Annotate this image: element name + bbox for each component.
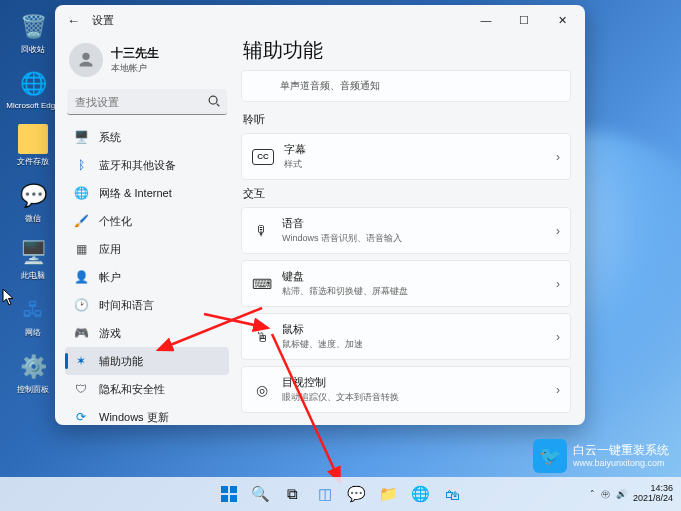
start-button[interactable] [216, 481, 242, 507]
taskbar-chat[interactable]: 💬 [344, 481, 370, 507]
svg-point-0 [209, 96, 217, 104]
card-captions[interactable]: CC 字幕样式 › [241, 133, 571, 180]
desktop-icon-folder[interactable]: 文件存放 [12, 124, 54, 167]
display-icon: 🖥️ [73, 129, 89, 145]
sidebar-item-time-language[interactable]: 🕑时间和语言 [65, 291, 229, 319]
avatar [69, 43, 103, 77]
system-tray[interactable]: ˄ ㊥ 🔊 14:36 2021/8/24 [590, 484, 673, 504]
maximize-button[interactable]: ☐ [505, 5, 543, 35]
card-mouse[interactable]: 🖱 鼠标鼠标键、速度、加速 › [241, 313, 571, 360]
sidebar-item-system[interactable]: 🖥️系统 [65, 123, 229, 151]
svg-line-1 [217, 104, 220, 107]
chevron-right-icon: › [556, 224, 560, 238]
bluetooth-icon: ᛒ [73, 157, 89, 173]
chevron-right-icon: › [556, 383, 560, 397]
desktop-icon-network[interactable]: 🖧网络 [12, 295, 54, 338]
sidebar-item-apps[interactable]: ▦应用 [65, 235, 229, 263]
sidebar-item-accounts[interactable]: 👤帐户 [65, 263, 229, 291]
tray-date: 2021/8/24 [633, 494, 673, 504]
globe-icon: 🌐 [73, 185, 89, 201]
watermark-title: 白云一键重装系统 [573, 443, 669, 457]
keyboard-icon: ⌨ [252, 274, 272, 294]
page-title: 辅助功能 [243, 37, 571, 64]
sidebar-item-personalization[interactable]: 🖌️个性化 [65, 207, 229, 235]
taskbar-edge[interactable]: 🌐 [408, 481, 434, 507]
person-icon: 👤 [73, 269, 89, 285]
user-sub: 本地帐户 [111, 62, 159, 75]
sidebar-item-gaming[interactable]: 🎮游戏 [65, 319, 229, 347]
shield-icon: 🛡 [73, 381, 89, 397]
svg-rect-8 [230, 495, 237, 502]
chevron-right-icon: › [556, 330, 560, 344]
card-keyboard[interactable]: ⌨ 键盘粘滞、筛选和切换键、屏幕键盘 › [241, 260, 571, 307]
eye-icon: ◎ [252, 380, 272, 400]
taskbar: 🔍 ⧉ ◫ 💬 📁 🌐 🛍 ˄ ㊥ 🔊 14:36 2021/8/24 [0, 477, 681, 511]
sidebar: 十三先生 本地帐户 🖥️系统 ᛒ蓝牙和其他设备 🌐网络 & Internet 🖌… [55, 35, 235, 425]
mouse-cursor [2, 288, 16, 306]
watermark-badge: 🐦 [533, 439, 567, 473]
svg-rect-7 [221, 495, 228, 502]
window-title: 设置 [92, 13, 114, 28]
apps-icon: ▦ [73, 241, 89, 257]
search-input[interactable] [67, 89, 227, 115]
section-interact: 交互 [243, 186, 571, 201]
sidebar-item-privacy[interactable]: 🛡隐私和安全性 [65, 375, 229, 403]
captions-icon: CC [252, 149, 274, 165]
desktop-icon-this-pc[interactable]: 🖥️此电脑 [12, 238, 54, 281]
mouse-icon: 🖱 [252, 327, 272, 347]
desktop-icons: 🗑️回收站 🌐Microsoft Edge 文件存放 💬微信 🖥️此电脑 🖧网络… [12, 12, 60, 395]
taskbar-explorer[interactable]: 📁 [376, 481, 402, 507]
minimize-button[interactable]: — [467, 5, 505, 35]
chevron-right-icon: › [556, 150, 560, 164]
nav-list: 🖥️系统 ᛒ蓝牙和其他设备 🌐网络 & Internet 🖌️个性化 ▦应用 👤… [65, 123, 229, 425]
gamepad-icon: 🎮 [73, 325, 89, 341]
settings-window: ← 设置 — ☐ ✕ 十三先生 本地帐户 🖥️系统 ᛒ蓝牙和其他设 [55, 5, 585, 425]
taskbar-store[interactable]: 🛍 [440, 481, 466, 507]
desktop-icon-recycle-bin[interactable]: 🗑️回收站 [12, 12, 54, 55]
taskbar-taskview[interactable]: ⧉ [280, 481, 306, 507]
clock-icon: 🕑 [73, 297, 89, 313]
close-button[interactable]: ✕ [543, 5, 581, 35]
sidebar-item-network[interactable]: 🌐网络 & Internet [65, 179, 229, 207]
desktop-icon-control-panel[interactable]: ⚙️控制面板 [12, 352, 54, 395]
card-eye-control[interactable]: ◎ 目视控制眼动追踪仪、文本到语音转换 › [241, 366, 571, 413]
microphone-icon: 🎙 [252, 221, 272, 241]
card-audio-partial[interactable]: 单声道音频、音频通知 [241, 70, 571, 102]
taskbar-search[interactable]: 🔍 [248, 481, 274, 507]
user-name: 十三先生 [111, 45, 159, 62]
watermark-url: www.baiyunxitong.com [573, 458, 669, 469]
taskbar-widgets[interactable]: ◫ [312, 481, 338, 507]
search-box[interactable] [67, 89, 227, 115]
search-icon [207, 94, 221, 108]
sidebar-item-bluetooth[interactable]: ᛒ蓝牙和其他设备 [65, 151, 229, 179]
tray-ime-icon[interactable]: ㊥ [601, 488, 610, 501]
svg-rect-6 [230, 486, 237, 493]
svg-rect-5 [221, 486, 228, 493]
chevron-right-icon: › [556, 277, 560, 291]
tray-expand-icon[interactable]: ˄ [590, 489, 595, 499]
desktop-icon-edge[interactable]: 🌐Microsoft Edge [12, 69, 54, 110]
accessibility-icon: ✶ [73, 353, 89, 369]
window-controls: — ☐ ✕ [467, 5, 581, 35]
sidebar-item-update[interactable]: ⟳Windows 更新 [65, 403, 229, 425]
watermark: 🐦 白云一键重装系统 www.baiyunxitong.com [533, 439, 669, 473]
tray-volume-icon[interactable]: 🔊 [616, 489, 627, 499]
update-icon: ⟳ [73, 409, 89, 425]
titlebar: ← 设置 — ☐ ✕ [55, 5, 585, 35]
brush-icon: 🖌️ [73, 213, 89, 229]
main-panel: 辅助功能 单声道音频、音频通知 聆听 CC 字幕样式 › 交互 🎙 语音Wind… [235, 35, 585, 425]
section-listen: 聆听 [243, 112, 571, 127]
card-speech[interactable]: 🎙 语音Windows 语音识别、语音输入 › [241, 207, 571, 254]
desktop-icon-wechat[interactable]: 💬微信 [12, 181, 54, 224]
user-block[interactable]: 十三先生 本地帐户 [65, 39, 229, 87]
sidebar-item-accessibility[interactable]: ✶辅助功能 [65, 347, 229, 375]
back-button[interactable]: ← [67, 13, 80, 28]
